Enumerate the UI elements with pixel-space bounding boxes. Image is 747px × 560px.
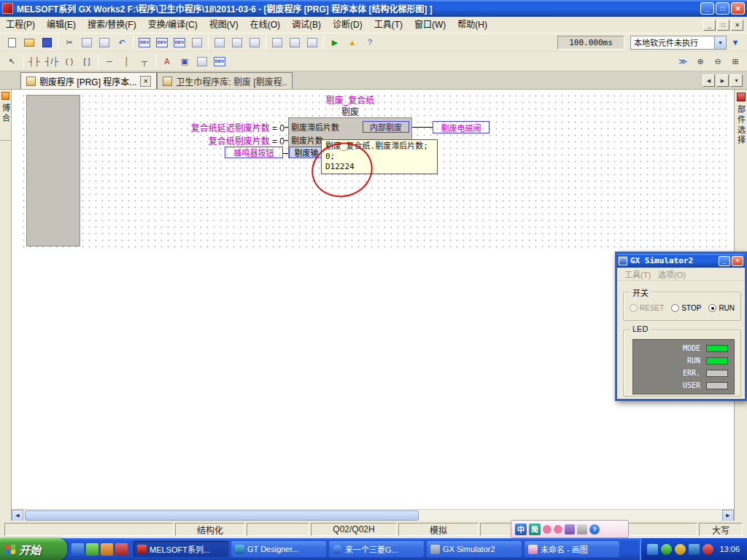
quicklaunch-mail-icon[interactable] <box>115 543 128 556</box>
quicklaunch-media-icon[interactable] <box>101 543 113 556</box>
device-monitor-button[interactable]: DEV <box>171 35 187 50</box>
simulator-close-button[interactable]: ✕ <box>732 256 743 266</box>
copy-button[interactable] <box>79 35 95 50</box>
scrollbar-thumb[interactable] <box>25 510 419 521</box>
input-row-1[interactable]: 复合纸延迟剔废片数 = 0 <box>150 121 285 133</box>
function-block-button[interactable]: ▣ <box>177 54 193 69</box>
editor-horizontal-scrollbar[interactable]: ◀ ▶ <box>12 509 734 521</box>
select-mode-button[interactable]: ↖ <box>4 54 20 69</box>
task-gx-simulator2[interactable]: GX Simulator2 <box>426 540 522 558</box>
stop-radio[interactable] <box>671 304 679 312</box>
start-button[interactable]: 开始 <box>0 538 67 560</box>
paste-button[interactable] <box>96 35 112 50</box>
comment-button[interactable] <box>194 54 210 69</box>
menu-debug[interactable]: 调试(B) <box>286 18 327 33</box>
ime-simplified-icon[interactable]: 简 <box>529 524 541 535</box>
zoom-in-button[interactable]: ⊕ <box>692 54 708 69</box>
input-row-2[interactable]: 复合纸剔废片数 = 0 <box>150 134 285 147</box>
mdi-restore-button[interactable]: □ <box>717 20 729 31</box>
tray-antivirus-icon[interactable] <box>661 544 672 555</box>
simulator-titlebar[interactable]: GX Simulator2 _ ✕ <box>617 254 745 268</box>
jump-button[interactable]: ≫ <box>675 54 691 69</box>
simulation-start-button[interactable]: ▶ <box>327 35 343 50</box>
save-project-button[interactable] <box>39 35 55 50</box>
task-browser[interactable]: 来一个三菱G... <box>328 540 425 558</box>
horizontal-line-button[interactable]: ─ <box>101 54 117 69</box>
task-paint[interactable]: 未命名 - 画图 <box>524 540 620 558</box>
zoom-out-button[interactable]: ⊖ <box>710 54 726 69</box>
help-button[interactable]: ? <box>362 35 378 50</box>
tab-library[interactable]: 卫生巾程序库: 剔废 [剔废程.. <box>157 72 293 89</box>
task-gt-designer[interactable]: GT Designer... <box>231 540 327 558</box>
input-2-variable[interactable]: 复合纸剔废片数 <box>209 136 270 147</box>
cut-button[interactable]: ✂ <box>61 35 77 50</box>
input-label-button[interactable]: A <box>159 54 175 69</box>
tab-close-button[interactable]: ✕ <box>140 76 151 87</box>
ime-tools-icon[interactable] <box>577 524 587 534</box>
coil-button[interactable]: ( ) <box>61 54 77 69</box>
input-1-variable[interactable]: 复合纸延迟剔废片数 <box>191 123 270 133</box>
tray-update-icon[interactable] <box>675 544 686 555</box>
maximize-button[interactable]: □ <box>716 2 729 15</box>
quicklaunch-desktop-icon[interactable] <box>86 543 98 556</box>
ime-fullwidth-icon[interactable] <box>554 525 562 534</box>
open-project-button[interactable] <box>21 35 37 50</box>
ime-punctuation-icon[interactable] <box>543 525 551 534</box>
window-titlebar[interactable]: MELSOFT系列 GX Works2 F:\程序\卫生巾程序\18\2011-… <box>0 0 747 17</box>
quicklaunch-browser-icon[interactable] <box>71 543 84 556</box>
menu-online[interactable]: 在线(O) <box>244 18 286 33</box>
vertical-line-button[interactable]: │ <box>119 54 135 69</box>
buzzer-button-variable[interactable]: 蜂鸣器按钮 <box>225 147 283 158</box>
tab-scroll-left-button[interactable]: ◀ <box>703 74 715 87</box>
simulation-warning-button[interactable]: ▲ <box>344 35 360 50</box>
ime-softkeyboard-icon[interactable] <box>565 524 575 534</box>
read-from-plc-button[interactable] <box>287 35 303 50</box>
menu-help[interactable]: 帮助(H) <box>452 18 493 33</box>
parameter-button[interactable] <box>189 35 205 50</box>
device-display-button[interactable]: DEV <box>212 54 228 69</box>
pou-header-block[interactable] <box>26 95 80 246</box>
branch-line-button[interactable]: ┬ <box>136 54 152 69</box>
grid-toggle-button[interactable]: ⊞ <box>727 54 743 69</box>
menu-edit[interactable]: 编辑(E) <box>41 18 82 33</box>
tray-network-icon[interactable] <box>647 544 658 555</box>
ime-help-icon[interactable]: ? <box>589 524 600 534</box>
language-bar[interactable]: 中 简 ? <box>511 520 629 538</box>
simulator-minimize-button[interactable]: _ <box>719 256 730 266</box>
closed-contact-button[interactable]: ┤/├ <box>44 54 60 69</box>
mdi-minimize-button[interactable]: _ <box>703 20 716 31</box>
tab-scroll-right-button[interactable]: ▶ <box>716 74 729 87</box>
menu-tools[interactable]: 工具(T) <box>368 18 409 33</box>
rebuild-all-button[interactable] <box>229 35 245 50</box>
open-contact-button[interactable]: ┤├ <box>26 54 42 69</box>
tab-program-body[interactable]: 剔废程序 [PRG] 程序本... ✕ <box>20 72 157 89</box>
menu-find-replace[interactable]: 搜索/替换(F) <box>82 18 142 33</box>
internal-reject-variable[interactable]: 内部剔废 <box>363 121 409 133</box>
local-device-status-combo[interactable]: 本地软元件未执行 ▼ <box>630 36 727 50</box>
scroll-left-button[interactable]: ◀ <box>12 510 23 521</box>
minimize-button[interactable]: _ <box>700 2 714 15</box>
build-button[interactable] <box>212 35 228 50</box>
tab-list-button[interactable]: ▼ <box>730 74 743 87</box>
tray-volume-icon[interactable] <box>689 544 700 555</box>
mdi-close-button[interactable]: ✕ <box>731 20 743 31</box>
scroll-right-button[interactable]: ▶ <box>722 510 734 521</box>
program-check-button[interactable] <box>247 35 263 50</box>
close-button[interactable]: ✕ <box>731 2 745 15</box>
simulator-menu-tools[interactable]: 工具(T) <box>622 268 654 280</box>
monitor-mode-button[interactable] <box>304 35 320 50</box>
menu-compile[interactable]: 变换/编译(C) <box>142 18 204 33</box>
new-project-button[interactable] <box>4 35 20 50</box>
toolbar-options-button[interactable]: ▼ <box>727 35 743 50</box>
tray-security-icon[interactable] <box>703 544 713 555</box>
menu-diagnostics[interactable]: 诊断(D) <box>327 18 368 33</box>
left-dock-tab[interactable]: 博合 <box>0 90 12 141</box>
run-radio[interactable] <box>708 304 716 312</box>
menu-window[interactable]: 窗口(W) <box>409 18 452 33</box>
ime-chinese-icon[interactable]: 中 <box>515 524 527 535</box>
reject-solenoid-variable[interactable]: 剔废电磁阀 <box>433 121 489 133</box>
write-to-plc-button[interactable] <box>269 35 285 50</box>
gx-simulator2-window[interactable]: GX Simulator2 _ ✕ 工具(T) 选项(O) 开关 RESET S… <box>615 252 747 401</box>
application-instruction-button[interactable]: [ ] <box>79 54 95 69</box>
device-memory-button[interactable]: DEV <box>154 35 170 50</box>
